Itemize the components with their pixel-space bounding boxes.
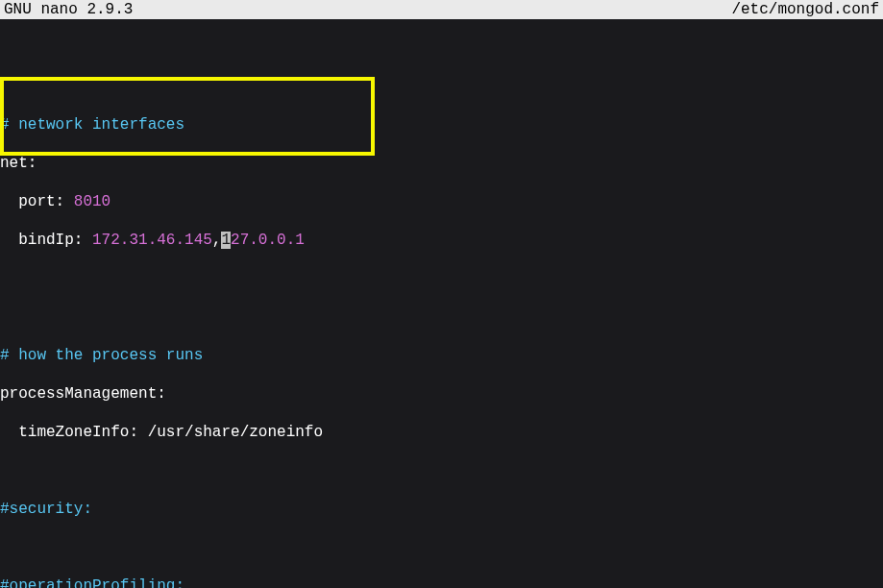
comment-line: #security: (0, 500, 883, 519)
comment-line: # network interfaces (0, 115, 883, 135)
file-path: /etc/mongod.conf (731, 0, 879, 19)
comment-line: #operationProfiling: (0, 576, 883, 588)
config-line: processManagement: (0, 384, 883, 404)
editor-area[interactable]: # network interfaces net: port: 8010 bin… (0, 19, 883, 588)
config-line: net: (0, 154, 883, 173)
config-line: timeZoneInfo: /usr/share/zoneinfo (0, 423, 883, 442)
config-line: bindIp: 172.31.46.145,127.0.0.1 (0, 231, 883, 250)
comment-line: # how the process runs (0, 346, 883, 365)
cursor: 1 (221, 232, 231, 249)
app-name: GNU nano 2.9.3 (4, 0, 133, 19)
config-line: port: 8010 (0, 192, 883, 211)
titlebar: GNU nano 2.9.3 /etc/mongod.conf (0, 0, 883, 19)
